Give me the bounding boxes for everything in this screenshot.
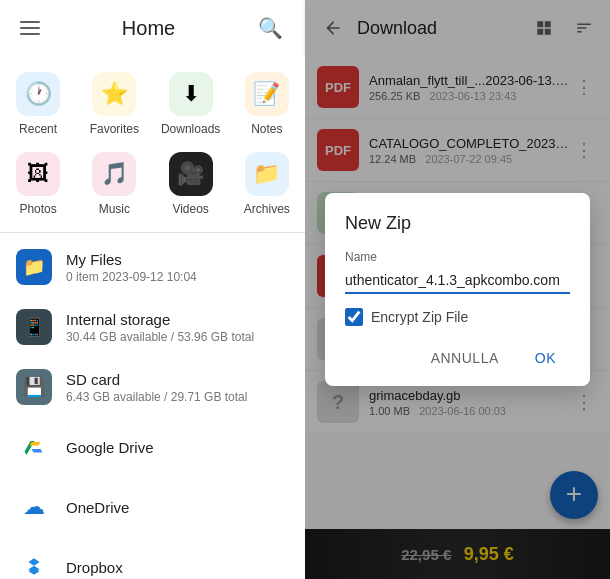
encrypt-checkbox[interactable]	[345, 308, 363, 326]
grid-item-videos[interactable]: 🎥 Videos	[153, 144, 229, 224]
dropbox-info: Dropbox	[66, 559, 123, 576]
notes-icon: 📝	[245, 72, 289, 116]
menu-icon[interactable]	[16, 17, 44, 39]
encrypt-row: Encrypt Zip File	[345, 308, 570, 326]
sdcard-name: SD card	[66, 371, 247, 388]
storage-item-my-files[interactable]: 📁 My Files 0 item 2023-09-12 10:04	[0, 237, 305, 297]
grid-item-recent[interactable]: 🕐 Recent	[0, 64, 76, 144]
music-label: Music	[99, 202, 130, 216]
gdrive-name: Google Drive	[66, 439, 154, 456]
cancel-button[interactable]: ANNULLA	[417, 342, 513, 374]
name-label: Name	[345, 250, 570, 264]
divider	[0, 232, 305, 233]
left-header: Home 🔍	[0, 0, 305, 56]
onedrive-info: OneDrive	[66, 499, 129, 516]
recent-icon: 🕐	[16, 72, 60, 116]
dialog-actions: ANNULLA OK	[345, 342, 570, 374]
gdrive-info: Google Drive	[66, 439, 154, 456]
dropbox-name: Dropbox	[66, 559, 123, 576]
left-panel: Home 🔍 🕐 Recent ⭐ Favorites ⬇ Downloads …	[0, 0, 305, 579]
my-files-name: My Files	[66, 251, 197, 268]
encrypt-label: Encrypt Zip File	[371, 309, 468, 325]
archives-icon: 📁	[245, 152, 289, 196]
storage-item-internal[interactable]: 📱 Internal storage 30.44 GB available / …	[0, 297, 305, 357]
internal-info: Internal storage 30.44 GB available / 53…	[66, 311, 254, 344]
downloads-icon: ⬇	[169, 72, 213, 116]
right-panel: Download PDF Anmalan_flytt_till_...2023-…	[305, 0, 610, 579]
videos-label: Videos	[172, 202, 208, 216]
grid-item-photos[interactable]: 🖼 Photos	[0, 144, 76, 224]
internal-name: Internal storage	[66, 311, 254, 328]
grid-item-downloads[interactable]: ⬇ Downloads	[153, 64, 229, 144]
storage-item-dropbox[interactable]: Dropbox	[0, 537, 305, 579]
grid-item-favorites[interactable]: ⭐ Favorites	[76, 64, 152, 144]
dropbox-icon	[16, 549, 52, 579]
storage-list: 📁 My Files 0 item 2023-09-12 10:04 📱 Int…	[0, 237, 305, 579]
my-files-detail: 0 item 2023-09-12 10:04	[66, 270, 197, 284]
onedrive-icon: ☁	[16, 489, 52, 525]
internal-detail: 30.44 GB available / 53.96 GB total	[66, 330, 254, 344]
favorites-label: Favorites	[90, 122, 139, 136]
zip-name-input[interactable]	[345, 268, 570, 294]
onedrive-name: OneDrive	[66, 499, 129, 516]
my-files-info: My Files 0 item 2023-09-12 10:04	[66, 251, 197, 284]
grid-item-notes[interactable]: 📝 Notes	[229, 64, 305, 144]
dialog-overlay: New Zip Name Encrypt Zip File ANNULLA OK	[305, 0, 610, 579]
ok-button[interactable]: OK	[521, 342, 570, 374]
recent-label: Recent	[19, 122, 57, 136]
downloads-label: Downloads	[161, 122, 220, 136]
my-files-icon: 📁	[16, 249, 52, 285]
storage-item-gdrive[interactable]: Google Drive	[0, 417, 305, 477]
gdrive-icon	[16, 429, 52, 465]
internal-icon: 📱	[16, 309, 52, 345]
notes-label: Notes	[251, 122, 282, 136]
videos-icon: 🎥	[169, 152, 213, 196]
favorites-icon: ⭐	[92, 72, 136, 116]
home-title: Home	[122, 17, 175, 40]
dialog-title: New Zip	[345, 213, 570, 234]
grid-item-music[interactable]: 🎵 Music	[76, 144, 152, 224]
sdcard-icon: 💾	[16, 369, 52, 405]
new-zip-dialog: New Zip Name Encrypt Zip File ANNULLA OK	[325, 193, 590, 386]
music-icon: 🎵	[92, 152, 136, 196]
archives-label: Archives	[244, 202, 290, 216]
photos-icon: 🖼	[16, 152, 60, 196]
photos-label: Photos	[19, 202, 56, 216]
storage-item-onedrive[interactable]: ☁ OneDrive	[0, 477, 305, 537]
storage-item-sdcard[interactable]: 💾 SD card 6.43 GB available / 29.71 GB t…	[0, 357, 305, 417]
search-icon[interactable]: 🔍	[253, 10, 289, 46]
grid-icons: 🕐 Recent ⭐ Favorites ⬇ Downloads 📝 Notes…	[0, 56, 305, 228]
grid-item-archives[interactable]: 📁 Archives	[229, 144, 305, 224]
sdcard-info: SD card 6.43 GB available / 29.71 GB tot…	[66, 371, 247, 404]
sdcard-detail: 6.43 GB available / 29.71 GB total	[66, 390, 247, 404]
